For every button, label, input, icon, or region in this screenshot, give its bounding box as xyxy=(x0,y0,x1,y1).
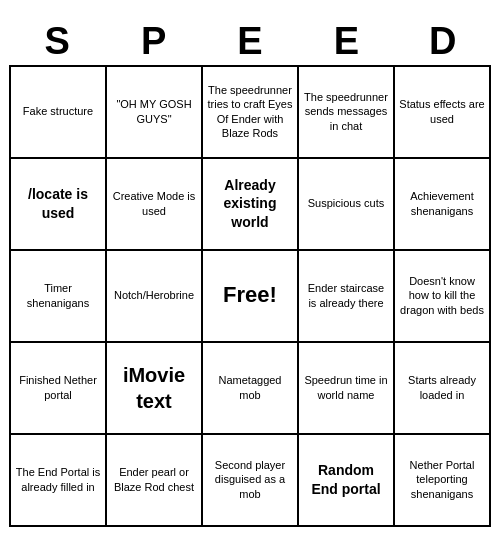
bingo-cell: Achievement shenanigans xyxy=(395,159,491,251)
bingo-cell: The speedrunner sends messages in chat xyxy=(299,67,395,159)
bingo-cell: Second player disguised as a mob xyxy=(203,435,299,527)
bingo-card: SPEED Fake structure"OH MY GOSH GUYS"The… xyxy=(5,14,495,531)
bingo-cell: iMovie text xyxy=(107,343,203,435)
cell-text: Timer shenanigans xyxy=(15,281,101,310)
bingo-cell: Fake structure xyxy=(11,67,107,159)
cell-text: Random End portal xyxy=(303,461,389,497)
cell-text: Nether Portal teleporting shenanigans xyxy=(399,458,485,501)
bingo-cell: The speedrunner tries to craft Eyes Of E… xyxy=(203,67,299,159)
cell-text: Speedrun time in world name xyxy=(303,373,389,402)
cell-text: Second player disguised as a mob xyxy=(207,458,293,501)
bingo-cell: Nametagged mob xyxy=(203,343,299,435)
bingo-cell: Suspicious cuts xyxy=(299,159,395,251)
bingo-cell: Starts already loaded in xyxy=(395,343,491,435)
cell-text: Starts already loaded in xyxy=(399,373,485,402)
bingo-cell: Creative Mode is used xyxy=(107,159,203,251)
cell-text: Finished Nether portal xyxy=(15,373,101,402)
cell-text: /locate is used xyxy=(15,185,101,221)
header-letter: E xyxy=(202,20,298,63)
cell-text: Nametagged mob xyxy=(207,373,293,402)
cell-text: Ender staircase is already there xyxy=(303,281,389,310)
cell-text: The End Portal is already filled in xyxy=(15,465,101,494)
bingo-cell: The End Portal is already filled in xyxy=(11,435,107,527)
header-letter: E xyxy=(298,20,394,63)
bingo-cell: Doesn't know how to kill the dragon with… xyxy=(395,251,491,343)
cell-text: Already existing world xyxy=(207,176,293,231)
bingo-cell: Ender staircase is already there xyxy=(299,251,395,343)
bingo-cell: Notch/Herobrine xyxy=(107,251,203,343)
bingo-grid: Fake structure"OH MY GOSH GUYS"The speed… xyxy=(9,65,491,527)
bingo-cell: /locate is used xyxy=(11,159,107,251)
header-letter: D xyxy=(395,20,491,63)
bingo-cell: "OH MY GOSH GUYS" xyxy=(107,67,203,159)
bingo-cell: Speedrun time in world name xyxy=(299,343,395,435)
cell-text: iMovie text xyxy=(111,362,197,414)
cell-text: The speedrunner tries to craft Eyes Of E… xyxy=(207,83,293,140)
bingo-cell: Timer shenanigans xyxy=(11,251,107,343)
header-letter: P xyxy=(106,20,202,63)
bingo-cell: Finished Nether portal xyxy=(11,343,107,435)
cell-text: Notch/Herobrine xyxy=(114,288,194,302)
cell-text: Achievement shenanigans xyxy=(399,189,485,218)
bingo-cell: Free! xyxy=(203,251,299,343)
bingo-cell: Status effects are used xyxy=(395,67,491,159)
cell-text: Ender pearl or Blaze Rod chest xyxy=(111,465,197,494)
cell-text: Creative Mode is used xyxy=(111,189,197,218)
bingo-cell: Random End portal xyxy=(299,435,395,527)
cell-text: Suspicious cuts xyxy=(308,196,384,210)
cell-text: Doesn't know how to kill the dragon with… xyxy=(399,274,485,317)
bingo-cell: Nether Portal teleporting shenanigans xyxy=(395,435,491,527)
cell-text: Fake structure xyxy=(23,104,93,118)
cell-text: Status effects are used xyxy=(399,97,485,126)
cell-text: "OH MY GOSH GUYS" xyxy=(111,97,197,126)
cell-text: The speedrunner sends messages in chat xyxy=(303,90,389,133)
header-letter: S xyxy=(9,20,105,63)
bingo-cell: Already existing world xyxy=(203,159,299,251)
bingo-cell: Ender pearl or Blaze Rod chest xyxy=(107,435,203,527)
cell-text: Free! xyxy=(223,281,277,310)
